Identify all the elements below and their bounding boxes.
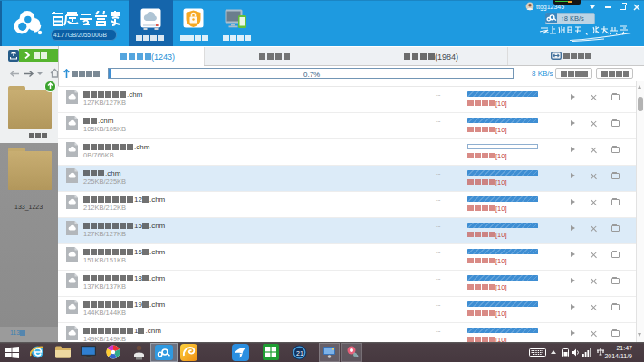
svg-text:21: 21 xyxy=(296,350,303,357)
